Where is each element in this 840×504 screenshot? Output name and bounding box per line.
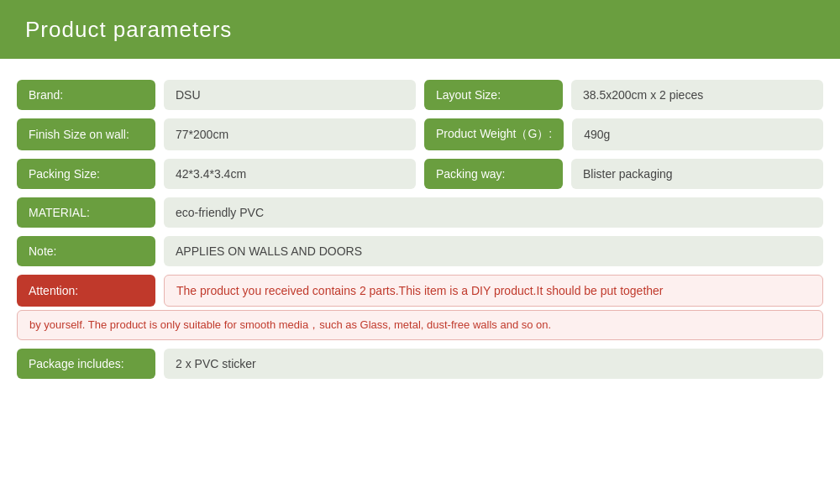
packing-size-label: Packing Size: [17,159,155,189]
attention-label: Attention: [17,275,155,307]
weight-pair: Product Weight（G）: 490g [424,118,823,150]
brand-pair: Brand: DSU [17,80,416,110]
note-value: APPLIES ON WALLS AND DOORS [164,236,823,266]
brand-value: DSU [164,80,416,110]
packing-way-value: Blister packaging [571,159,823,189]
material-value: eco-friendly PVC [164,197,823,228]
brand-label: Brand: [17,80,155,110]
row-packing: Packing Size: 42*3.4*3.4cm Packing way: … [17,159,823,189]
row-note: Note: APPLIES ON WALLS AND DOORS [17,236,823,266]
row-brand: Brand: DSU Layout Size: 38.5x200cm x 2 p… [17,80,823,110]
page-header: Product parameters [0,0,840,59]
package-value: 2 x PVC sticker [164,349,823,379]
packing-way-pair: Packing way: Blister packaging [424,159,823,189]
attention-line1: The product you received contains 2 part… [164,275,823,307]
row-package: Package includes: 2 x PVC sticker [17,349,823,379]
layout-label: Layout Size: [424,80,563,110]
row-attention: Attention: The product you received cont… [17,275,823,307]
finish-size-pair: Finish Size on wall: 77*200cm [17,118,416,150]
packing-way-label: Packing way: [424,159,563,189]
packing-size-pair: Packing Size: 42*3.4*3.4cm [17,159,416,189]
note-label: Note: [17,236,155,266]
row-attention-line2: by yourself. The product is only suitabl… [17,310,823,340]
weight-value: 490g [572,118,823,150]
layout-value: 38.5x200cm x 2 pieces [571,80,823,110]
package-label: Package includes: [17,349,155,379]
finish-size-label: Finish Size on wall: [17,118,155,150]
row-material: MATERIAL: eco-friendly PVC [17,197,823,228]
attention-line2-text: by yourself. The product is only suitabl… [17,310,823,340]
page-title: Product parameters [25,17,232,43]
row-finish-size: Finish Size on wall: 77*200cm Product We… [17,118,823,150]
finish-size-value: 77*200cm [164,118,416,150]
packing-size-value: 42*3.4*3.4cm [164,159,416,189]
layout-pair: Layout Size: 38.5x200cm x 2 pieces [424,80,823,110]
weight-label: Product Weight（G）: [424,118,564,150]
content-area: Brand: DSU Layout Size: 38.5x200cm x 2 p… [0,59,840,400]
material-label: MATERIAL: [17,197,155,228]
